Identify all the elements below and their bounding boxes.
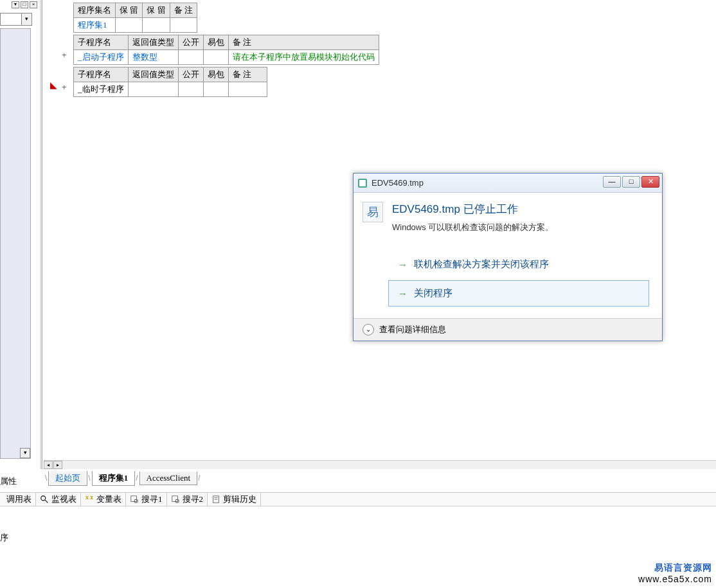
search-icon [40, 495, 49, 504]
var-table-label: 变量表 [96, 494, 121, 505]
scroll-right-icon[interactable]: ▸ [53, 461, 62, 469]
close-button[interactable]: ✕ [641, 176, 659, 188]
return-type-cell[interactable]: 整数型 [128, 50, 178, 65]
dropdown-arrow-icon[interactable]: ▾ [21, 13, 31, 25]
search-icon [130, 495, 139, 504]
col-header: 保 留 [116, 3, 143, 18]
subroutine-table-2[interactable]: 子程序名 返回值类型 公开 易包 备 注 _临时子程序 [73, 67, 267, 97]
expand-marker-icon[interactable]: + [62, 82, 67, 92]
col-header: 程序集名 [74, 3, 116, 18]
col-header: 备 注 [228, 35, 379, 50]
option-check-online[interactable]: → 联机检查解决方案并关闭该程序 [388, 251, 649, 278]
option-close-program[interactable]: → 关闭程序 [388, 280, 649, 307]
col-header: 易包 [203, 67, 228, 82]
dialog-footer: ⌄ 查看问题详细信息 [354, 318, 662, 341]
tab-decoration: / [134, 474, 139, 483]
assembly-table[interactable]: 程序集名 保 留 保 留 备 注 程序集1 [73, 3, 197, 33]
panel-close-icon[interactable]: × [30, 1, 37, 8]
svg-point-0 [41, 496, 46, 501]
cell[interactable] [203, 82, 228, 97]
tab-decoration: / [197, 474, 201, 483]
view-details-label[interactable]: 查看问题详细信息 [379, 324, 446, 335]
col-header: 子程序名 [74, 67, 129, 82]
maximize-button[interactable]: □ [622, 176, 640, 188]
bottom-toolbar: 调用表 监视表 变量表 搜寻1 搜寻2 剪辑历史 [0, 492, 716, 506]
tab-start-page[interactable]: 起始页 [48, 471, 87, 486]
toolbar-watch-table[interactable]: 监视表 [36, 492, 81, 506]
properties-label: 属性 [0, 476, 17, 487]
col-header: 子程序名 [74, 35, 129, 50]
vertical-splitter[interactable] [40, 0, 42, 469]
scroll-down-icon[interactable]: ▾ [20, 448, 30, 458]
panel-dropdown-icon[interactable]: ▾ [12, 1, 19, 8]
assembly-name-cell[interactable]: 程序集1 [74, 18, 116, 33]
subroutine-name-cell[interactable]: _临时子程序 [74, 82, 129, 97]
watermark-line1: 易语言资源网 [638, 562, 712, 574]
clipboard-icon [211, 495, 220, 504]
dialog-subtext: Windows 可以联机检查该问题的解决方案。 [392, 222, 553, 233]
editor-tabs: \ 起始页 \ 程序集1 / AccessClient / [44, 472, 201, 485]
col-header: 公开 [178, 35, 203, 50]
horizontal-scrollbar[interactable]: ◂ ▸ [44, 460, 716, 469]
tab-access-client[interactable]: AccessClient [139, 472, 198, 485]
watermark: 易语言资源网 www.e5a5x.com [638, 562, 712, 584]
clip-history-label: 剪辑历史 [223, 494, 256, 505]
tab-assembly-1[interactable]: 程序集1 [92, 471, 136, 486]
search-icon [171, 495, 180, 504]
error-dialog: EDV5469.tmp — □ ✕ 易 EDV5469.tmp 已停止工作 Wi… [353, 173, 663, 341]
minimize-button[interactable]: — [603, 176, 621, 188]
tab-decoration: \ [87, 474, 91, 483]
subroutine-table-1[interactable]: 子程序名 返回值类型 公开 易包 备 注 _启动子程序 整数型 请在本子程序中放… [73, 35, 379, 65]
tab-decoration: \ [44, 474, 48, 483]
col-header: 备 注 [170, 3, 197, 18]
properties-selector[interactable]: ▾ [0, 13, 32, 26]
toolbar-search-2[interactable]: 搜寻2 [167, 492, 208, 506]
col-header: 返回值类型 [128, 35, 178, 50]
col-header: 易包 [203, 35, 228, 50]
call-table-label: 调用表 [6, 494, 31, 505]
watermark-line2: www.e5a5x.com [638, 574, 712, 584]
toolbar-search-1[interactable]: 搜寻1 [126, 492, 167, 506]
dialog-title: EDV5469.tmp [371, 178, 424, 188]
variable-icon [85, 495, 94, 504]
svg-point-5 [175, 499, 179, 503]
cell[interactable] [228, 82, 267, 97]
option-check-online-label: 联机检查解决方案并关闭该程序 [414, 258, 549, 271]
expand-details-button[interactable]: ⌄ [362, 324, 374, 335]
col-header: 备 注 [228, 67, 267, 82]
expand-marker-icon[interactable]: + [62, 50, 67, 60]
col-header: 保 留 [143, 3, 170, 18]
remark-cell[interactable]: 请在本子程序中放置易模块初始化代码 [228, 50, 379, 65]
left-properties-panel: ▾ □ × ▾ ▾ [0, 0, 39, 469]
arrow-icon: → [398, 259, 407, 270]
cell[interactable] [203, 50, 228, 65]
toolbar-clip-history[interactable]: 剪辑历史 [208, 492, 261, 506]
search-1-label: 搜寻1 [141, 494, 163, 505]
properties-list[interactable]: ▾ [0, 28, 31, 459]
col-header: 返回值类型 [128, 67, 178, 82]
toolbar-var-table[interactable]: 变量表 [81, 492, 126, 506]
status-text: 序 [0, 532, 8, 544]
svg-rect-2 [131, 496, 137, 502]
edit-marker-icon: ◣ [50, 80, 57, 90]
app-icon [357, 178, 368, 188]
cell[interactable] [178, 82, 203, 97]
svg-rect-10 [359, 180, 366, 186]
svg-rect-4 [172, 496, 177, 502]
cell[interactable] [116, 18, 143, 33]
dialog-heading: EDV5469.tmp 已停止工作 [392, 202, 553, 217]
dialog-titlebar[interactable]: EDV5469.tmp — □ ✕ [354, 174, 662, 193]
panel-pin-icon[interactable]: □ [21, 1, 28, 8]
watch-table-label: 监视表 [51, 494, 76, 505]
option-close-program-label: 关闭程序 [414, 287, 452, 299]
cell[interactable] [143, 18, 170, 33]
svg-line-1 [45, 500, 48, 503]
cell[interactable] [128, 82, 178, 97]
app-large-icon: 易 [362, 202, 383, 222]
cell[interactable] [178, 50, 203, 65]
scroll-left-icon[interactable]: ◂ [44, 461, 53, 469]
arrow-icon: → [398, 288, 407, 299]
cell[interactable] [170, 18, 197, 33]
toolbar-call-table[interactable]: 调用表 [3, 492, 36, 506]
subroutine-name-cell[interactable]: _启动子程序 [74, 50, 129, 65]
